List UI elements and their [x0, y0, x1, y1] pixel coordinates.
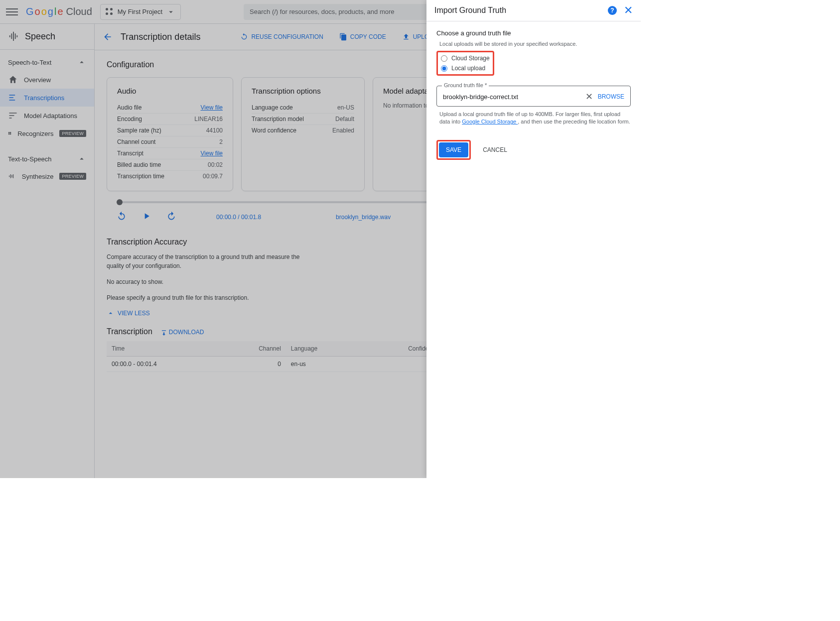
import-ground-truth-panel: Import Ground Truth ? ✕ Choose a ground …: [426, 0, 641, 478]
panel-title: Import Ground Truth: [434, 6, 506, 15]
cancel-button[interactable]: CANCEL: [477, 142, 513, 157]
radio-local-input[interactable]: [441, 65, 447, 72]
clear-icon[interactable]: ✕: [585, 91, 593, 102]
ground-truth-input[interactable]: [443, 93, 580, 101]
panel-header: Import Ground Truth ? ✕: [426, 0, 641, 21]
source-radio-group: Cloud Storage Local upload: [436, 51, 494, 76]
radio-cloud-input[interactable]: [441, 55, 447, 62]
radio-local-upload[interactable]: Local upload: [440, 63, 491, 73]
ground-truth-field: Ground truth file * ✕ BROWSE: [436, 86, 631, 107]
save-button[interactable]: SAVE: [439, 142, 468, 157]
panel-actions: SAVE CANCEL: [436, 140, 631, 160]
field-legend: Ground truth file *: [442, 82, 489, 88]
help-icon[interactable]: ?: [608, 6, 617, 15]
radio-cloud-label: Cloud Storage: [451, 55, 490, 62]
save-highlight: SAVE: [436, 140, 471, 160]
helper-text: Local uploads will be stored in your spe…: [439, 41, 631, 47]
radio-cloud-storage[interactable]: Cloud Storage: [440, 53, 491, 63]
choose-file-label: Choose a ground truth file: [436, 29, 631, 37]
gcs-link[interactable]: Google Cloud Storage: [462, 119, 518, 124]
close-icon[interactable]: ✕: [624, 5, 633, 16]
upload-help-text: Upload a local ground truth file of up t…: [439, 111, 631, 126]
browse-button[interactable]: BROWSE: [598, 93, 624, 100]
radio-local-label: Local upload: [451, 65, 485, 72]
panel-body: Choose a ground truth file Local uploads…: [426, 21, 641, 168]
